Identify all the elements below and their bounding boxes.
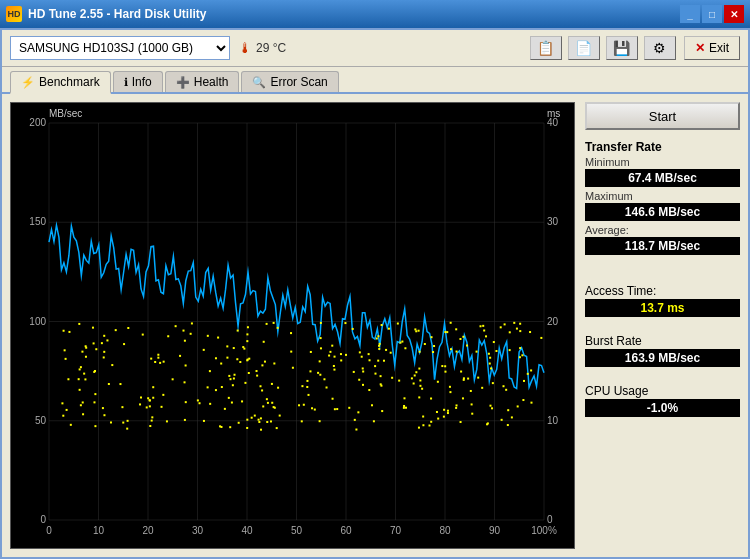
info-tab-label: Info bbox=[132, 75, 152, 89]
content-area: Start Transfer Rate Minimum 67.4 MB/sec … bbox=[2, 94, 748, 557]
toolbar: SAMSUNG HD103SJ (1000 GB) 🌡 29 °C 📋 📄 💾 … bbox=[2, 30, 748, 67]
report-icon-button[interactable]: 📄 bbox=[568, 36, 600, 60]
access-time-title: Access Time: bbox=[585, 284, 740, 298]
cpu-usage-title: CPU Usage bbox=[585, 384, 740, 398]
minimum-value: 67.4 MB/sec bbox=[585, 169, 740, 187]
thermometer-icon: 🌡 bbox=[238, 40, 252, 56]
access-time-value: 13.7 ms bbox=[585, 299, 740, 317]
drive-select[interactable]: SAMSUNG HD103SJ (1000 GB) bbox=[10, 36, 230, 60]
settings-icon-button[interactable]: ⚙ bbox=[644, 36, 676, 60]
copy-icon-button[interactable]: 📋 bbox=[530, 36, 562, 60]
exit-button[interactable]: ✕ Exit bbox=[684, 36, 740, 60]
window-title: HD Tune 2.55 - Hard Disk Utility bbox=[28, 7, 206, 21]
temperature-value: 29 °C bbox=[256, 41, 286, 55]
benchmark-chart bbox=[10, 102, 575, 549]
start-button[interactable]: Start bbox=[585, 102, 740, 130]
burst-rate-title: Burst Rate bbox=[585, 334, 740, 348]
main-window: SAMSUNG HD103SJ (1000 GB) 🌡 29 °C 📋 📄 💾 … bbox=[0, 28, 750, 559]
health-tab-icon: ➕ bbox=[176, 76, 190, 89]
tab-health[interactable]: ➕ Health bbox=[165, 71, 240, 92]
cpu-usage-section: CPU Usage -1.0% bbox=[585, 380, 740, 420]
title-bar: HD HD Tune 2.55 - Hard Disk Utility _ □ … bbox=[0, 0, 750, 28]
minimize-button[interactable]: _ bbox=[680, 5, 700, 23]
exit-label: Exit bbox=[709, 41, 729, 55]
tab-errorscan[interactable]: 🔍 Error Scan bbox=[241, 71, 338, 92]
errorscan-tab-label: Error Scan bbox=[270, 75, 327, 89]
info-tab-icon: ℹ bbox=[124, 76, 128, 89]
benchmark-tab-icon: ⚡ bbox=[21, 76, 35, 89]
save-icon-button[interactable]: 💾 bbox=[606, 36, 638, 60]
tab-benchmark[interactable]: ⚡ Benchmark bbox=[10, 71, 111, 94]
window-controls: _ □ ✕ bbox=[680, 5, 744, 23]
minimum-label: Minimum bbox=[585, 156, 740, 168]
toolbar-icons: 📋 📄 💾 ⚙ bbox=[530, 36, 676, 60]
cpu-usage-value: -1.0% bbox=[585, 399, 740, 417]
maximize-button[interactable]: □ bbox=[702, 5, 722, 23]
burst-rate-section: Burst Rate 163.9 MB/sec bbox=[585, 330, 740, 370]
access-time-section: Access Time: 13.7 ms bbox=[585, 280, 740, 320]
average-value: 118.7 MB/sec bbox=[585, 237, 740, 255]
app-icon: HD bbox=[6, 6, 22, 22]
transfer-rate-section: Transfer Rate Minimum 67.4 MB/sec Maximu… bbox=[585, 140, 740, 258]
health-tab-label: Health bbox=[194, 75, 229, 89]
benchmark-tab-label: Benchmark bbox=[39, 75, 100, 89]
transfer-rate-title: Transfer Rate bbox=[585, 140, 740, 154]
tabs-bar: ⚡ Benchmark ℹ Info ➕ Health 🔍 Error Scan bbox=[2, 67, 748, 94]
close-button[interactable]: ✕ bbox=[724, 5, 744, 23]
maximum-value: 146.6 MB/sec bbox=[585, 203, 740, 221]
maximum-label: Maximum bbox=[585, 190, 740, 202]
average-label: Average: bbox=[585, 224, 740, 236]
right-panel: Start Transfer Rate Minimum 67.4 MB/sec … bbox=[585, 102, 740, 549]
errorscan-tab-icon: 🔍 bbox=[252, 76, 266, 89]
burst-rate-value: 163.9 MB/sec bbox=[585, 349, 740, 367]
temperature-indicator: 🌡 29 °C bbox=[238, 40, 286, 56]
tab-info[interactable]: ℹ Info bbox=[113, 71, 163, 92]
exit-x-icon: ✕ bbox=[695, 41, 705, 55]
chart-canvas bbox=[11, 103, 574, 548]
